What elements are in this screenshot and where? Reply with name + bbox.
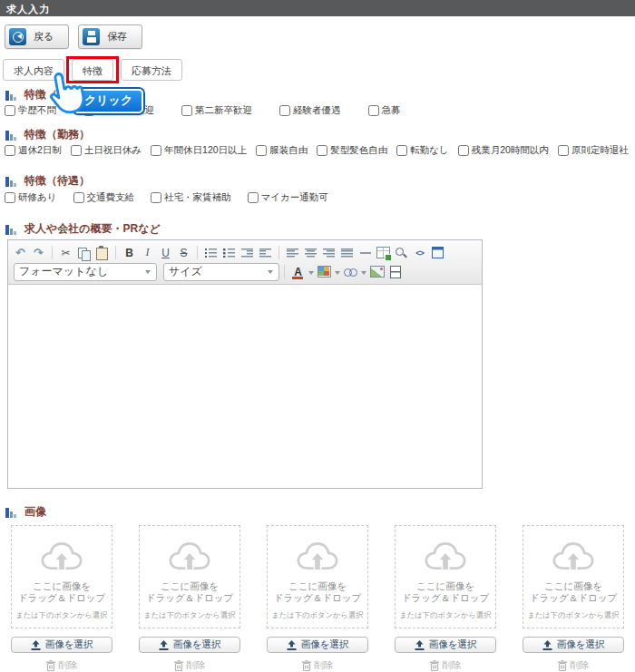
- undo-icon[interactable]: ↶: [12, 245, 29, 261]
- checkbox-fukuso-jiyu[interactable]: [256, 145, 267, 156]
- delete-image-button[interactable]: 削除: [523, 659, 624, 672]
- tab-apply-method[interactable]: 応募方法: [121, 59, 182, 81]
- image-dropzone[interactable]: ここに画像を ドラッグ＆ドロップ または下のボタンから選択: [395, 525, 496, 628]
- checkbox-keikensha-yugu[interactable]: [279, 105, 290, 116]
- image-dropzone[interactable]: ここに画像を ドラッグ＆ドロップ または下のボタンから選択: [267, 525, 368, 628]
- checkbox-kyubo[interactable]: [368, 105, 379, 116]
- bold-icon[interactable]: B: [121, 245, 138, 261]
- checkbox-donichi-yasumi[interactable]: [71, 145, 82, 156]
- dropzone-hint: または下のボタンから選択: [271, 610, 363, 621]
- checkbox-dainishinsotsu[interactable]: [181, 105, 192, 116]
- delete-image-button[interactable]: 削除: [267, 659, 368, 672]
- find-icon[interactable]: [393, 245, 410, 261]
- checkbox-label: 残業月20時間以内: [472, 144, 549, 157]
- checkbox-gakureki-fumon[interactable]: [5, 105, 15, 116]
- italic-icon[interactable]: I: [139, 245, 156, 261]
- link-icon[interactable]: [342, 264, 359, 280]
- checkbox-label: 第二新卒歓迎: [195, 104, 252, 117]
- delete-image-button[interactable]: 削除: [395, 659, 496, 672]
- copy-icon[interactable]: [75, 245, 93, 261]
- page-break-icon[interactable]: [386, 264, 404, 280]
- checkbox-zangyo-20h[interactable]: [458, 145, 469, 156]
- select-image-button[interactable]: 画像を選択: [267, 637, 368, 653]
- bulleted-list-icon[interactable]: [220, 245, 238, 261]
- image-icon[interactable]: [368, 264, 386, 280]
- checkbox-label: マイカー通勤可: [261, 191, 328, 204]
- dropzone-line1: ここに画像を: [18, 580, 105, 592]
- dropzone-hint: または下のボタンから選択: [15, 610, 107, 621]
- chevron-down-icon[interactable]: [335, 271, 340, 278]
- delete-image-button[interactable]: 削除: [11, 659, 112, 672]
- checkbox-item: 第二新卒歓迎: [181, 104, 252, 117]
- toolbar-separator: [52, 246, 53, 259]
- paste-icon[interactable]: [93, 245, 111, 261]
- chevron-down-icon[interactable]: [361, 271, 366, 278]
- section-work-heading: 特徴（勤務）: [5, 128, 635, 141]
- select-image-label: 画像を選択: [301, 638, 349, 651]
- hand-cursor-icon: [42, 66, 92, 122]
- delete-image-button[interactable]: 削除: [139, 659, 240, 672]
- checkbox-nenkan-kyujitsu[interactable]: [151, 145, 161, 156]
- select-image-button[interactable]: 画像を選択: [139, 637, 240, 653]
- checkbox-kenshu-ari[interactable]: [5, 192, 15, 203]
- save-button[interactable]: 保存: [78, 24, 142, 49]
- section-benefits-heading: 特徴（待遇）: [5, 174, 635, 187]
- image-dropzone[interactable]: ここに画像を ドラッグ＆ドロップ または下のボタンから選択: [139, 525, 240, 628]
- dropzone-hint: または下のボタンから選択: [143, 610, 235, 621]
- upload-icon: [415, 640, 425, 650]
- checkbox-teiji-taisha[interactable]: [558, 145, 569, 156]
- select-image-button[interactable]: 画像を選択: [523, 637, 624, 653]
- chevron-down-icon[interactable]: [308, 271, 314, 278]
- source-icon[interactable]: <>: [411, 245, 428, 261]
- checkbox-item: 交通費支給: [73, 191, 135, 204]
- numbered-list-icon[interactable]: [202, 245, 220, 261]
- upload-icon: [159, 640, 169, 650]
- background-color-icon[interactable]: [316, 264, 333, 280]
- cut-icon[interactable]: ✂: [57, 245, 74, 261]
- toolbar-separator: [278, 246, 279, 259]
- delete-image-label: 削除: [187, 659, 206, 672]
- floppy-disk-icon: [83, 28, 100, 45]
- checkbox-kotsuhi-shikyu[interactable]: [73, 192, 84, 203]
- editor-content-area[interactable]: [8, 285, 482, 488]
- align-center-icon[interactable]: [302, 245, 319, 261]
- section-bar-chart-icon: [5, 89, 17, 101]
- checkbox-mycar-tsukin[interactable]: [248, 192, 259, 203]
- align-left-icon[interactable]: [284, 245, 301, 261]
- horizontal-rule-icon[interactable]: [357, 245, 374, 261]
- checkbox-label: 急募: [382, 104, 401, 117]
- underline-icon[interactable]: U: [157, 245, 174, 261]
- job-input-page: 求人入力 戻る 保存 求人内容 特徴 応募方法 クリック 特徴（募集） 学歴不問…: [0, 0, 635, 672]
- image-upload-card-4: ここに画像を ドラッグ＆ドロップ または下のボタンから選択 画像を選択 削除: [395, 525, 496, 672]
- upload-icon: [31, 640, 41, 650]
- align-right-icon[interactable]: [320, 245, 337, 261]
- select-image-button[interactable]: 画像を選択: [395, 637, 496, 653]
- strikethrough-icon[interactable]: S: [175, 245, 192, 261]
- justify-icon[interactable]: [338, 245, 356, 261]
- image-upload-card-5: ここに画像を ドラッグ＆ドロップ または下のボタンから選択 画像を選択 削除: [523, 525, 624, 672]
- indent-icon[interactable]: [257, 245, 274, 261]
- text-color-icon[interactable]: A: [289, 264, 307, 280]
- redo-icon[interactable]: ↷: [30, 245, 47, 261]
- window-title: 求人入力: [0, 0, 635, 16]
- dropzone-text: ここに画像を ドラッグ＆ドロップ: [530, 580, 617, 604]
- table-icon[interactable]: [375, 245, 392, 261]
- dropzone-line1: ここに画像を: [274, 580, 361, 592]
- checkbox-hairstyle-jiyu[interactable]: [317, 145, 327, 156]
- back-button[interactable]: 戻る: [5, 24, 69, 49]
- checkbox-item: 社宅・家賃補助: [151, 191, 231, 204]
- image-dropzone[interactable]: ここに画像を ドラッグ＆ドロップ または下のボタンから選択: [11, 525, 112, 628]
- dropzone-text: ここに画像を ドラッグ＆ドロップ: [146, 580, 233, 604]
- work-checkbox-row: 週休2日制 土日祝日休み 年間休日120日以上 服装自由 髪型髪色自由 転勤なし…: [5, 143, 635, 157]
- checkbox-item: 服装自由: [256, 144, 308, 157]
- select-image-button[interactable]: 画像を選択: [11, 637, 112, 653]
- dropzone-text: ここに画像を ドラッグ＆ドロップ: [402, 580, 489, 604]
- checkbox-shukyu-futsuka[interactable]: [5, 145, 15, 156]
- format-combo[interactable]: フォーマットなし: [14, 263, 157, 281]
- image-dropzone[interactable]: ここに画像を ドラッグ＆ドロップ または下のボタンから選択: [523, 525, 624, 628]
- checkbox-shataku-hojo[interactable]: [151, 192, 161, 203]
- checkbox-tenkin-nashi[interactable]: [396, 145, 407, 156]
- maximize-icon[interactable]: [429, 245, 446, 261]
- size-combo[interactable]: サイズ: [163, 263, 279, 281]
- outdent-icon[interactable]: [239, 245, 256, 261]
